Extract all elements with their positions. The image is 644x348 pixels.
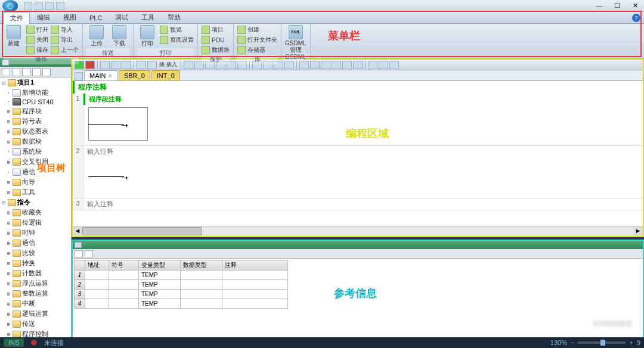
table-header[interactable]: 地址 bbox=[85, 260, 109, 271]
menu-edit[interactable]: 编辑 bbox=[31, 12, 56, 23]
toolbar-icon[interactable] bbox=[284, 61, 294, 69]
tree-item[interactable]: ⊞状态图表 bbox=[0, 126, 71, 136]
table-header[interactable]: 数据类型 bbox=[181, 260, 222, 271]
tree-item[interactable]: ⊞逻辑运算 bbox=[0, 309, 71, 319]
segment-comment[interactable]: 程序段注释 bbox=[83, 94, 643, 105]
maximize-button[interactable]: ☐ bbox=[608, 0, 626, 12]
ref-tool-icon[interactable] bbox=[75, 250, 83, 257]
datablock-protect-button[interactable]: 数据块 bbox=[202, 45, 230, 55]
tree-item[interactable]: ⊞通信 bbox=[0, 238, 71, 248]
project-tree[interactable]: ⊟项目1·新增功能·CPU ST40⊞程序块⊞符号表⊞状态图表⊞数据块·系统块⊞… bbox=[0, 77, 71, 340]
import-button[interactable]: 导入 bbox=[51, 25, 79, 35]
tree-item[interactable]: ⊞向导 bbox=[0, 177, 71, 187]
close-file-button[interactable]: 关闭 bbox=[26, 35, 48, 45]
toolbar-icon[interactable] bbox=[147, 61, 157, 69]
tree-item[interactable]: ⊞工具 bbox=[0, 187, 71, 197]
tree-item[interactable]: ⊞符号表 bbox=[0, 116, 71, 126]
table-row[interactable]: 4TEMP bbox=[75, 299, 288, 309]
toolbar-icon[interactable] bbox=[332, 61, 341, 69]
tree-item[interactable]: ⊞位逻辑 bbox=[0, 218, 71, 228]
tree-item[interactable]: ⊞浮点运算 bbox=[0, 278, 71, 288]
ladder-rung[interactable]: ➝ bbox=[88, 160, 638, 195]
download-button[interactable]: 下载 bbox=[109, 25, 129, 46]
toolbar-icon[interactable] bbox=[122, 61, 131, 69]
toolbar-icon[interactable] bbox=[184, 61, 193, 69]
segment-comment[interactable]: 输入注释 bbox=[83, 146, 643, 157]
tree-item[interactable]: ·新增功能 bbox=[0, 88, 71, 98]
tree-item[interactable]: ⊞收藏夹 bbox=[0, 207, 71, 218]
tree-item[interactable]: ·通信 bbox=[0, 167, 71, 177]
pou-protect-button[interactable]: POU bbox=[202, 35, 230, 45]
variable-table[interactable]: 地址符号变量类型数据类型注释1TEMP2TEMP3TEMP4TEMP bbox=[74, 260, 288, 309]
table-header[interactable]: 注释 bbox=[222, 260, 288, 271]
table-row[interactable]: 2TEMP bbox=[75, 280, 288, 290]
tree-item[interactable]: ⊞数据块 bbox=[0, 136, 71, 147]
menu-debug[interactable]: 调试 bbox=[109, 12, 134, 23]
toolbar-icon[interactable] bbox=[100, 61, 110, 69]
ref-icon[interactable] bbox=[75, 242, 82, 248]
toolbar-icon[interactable] bbox=[342, 61, 352, 69]
table-header[interactable]: 符号 bbox=[109, 260, 139, 271]
zoom-slider[interactable] bbox=[578, 341, 626, 344]
sidebar-tool-icon[interactable] bbox=[12, 68, 20, 76]
preview-button[interactable]: 预览 bbox=[160, 25, 194, 35]
tab-sbr[interactable]: SBR_0 bbox=[119, 70, 150, 80]
gsdml-button[interactable]: XMLGSDML 管理 bbox=[286, 25, 306, 53]
toolbar-icon[interactable] bbox=[379, 61, 388, 69]
table-header[interactable] bbox=[75, 260, 85, 271]
segment-comment[interactable]: 输入注释 bbox=[83, 198, 643, 210]
lib-openfolder-button[interactable]: 打开文件夹 bbox=[237, 35, 277, 45]
qat-btn[interactable] bbox=[24, 2, 32, 10]
open-button[interactable]: 打开 bbox=[26, 25, 48, 35]
tree-item[interactable]: ⊟指令 bbox=[0, 197, 71, 207]
qat-btn[interactable] bbox=[45, 2, 54, 10]
lib-create-button[interactable]: 创建 bbox=[237, 25, 277, 35]
toolbar-icon[interactable] bbox=[111, 61, 120, 69]
new-button[interactable]: 新建 bbox=[4, 25, 24, 55]
close-button[interactable]: ✕ bbox=[626, 0, 644, 12]
previous-button[interactable]: 上一个 bbox=[51, 45, 79, 55]
toolbar-icon[interactable] bbox=[299, 61, 309, 69]
tab-int[interactable]: INT_0 bbox=[151, 70, 180, 80]
minimize-button[interactable]: — bbox=[590, 0, 608, 12]
qat-btn[interactable] bbox=[35, 2, 43, 10]
tree-item[interactable]: ⊞比较 bbox=[0, 248, 71, 258]
tree-item[interactable]: ⊞程序块 bbox=[0, 106, 71, 116]
help-icon[interactable]: ? bbox=[632, 14, 640, 22]
tab-main[interactable]: MAIN× bbox=[84, 70, 117, 80]
tree-item[interactable]: ⊞交叉引用 bbox=[0, 157, 71, 167]
qat-btn[interactable] bbox=[56, 2, 64, 10]
upload-button[interactable]: 上传 bbox=[86, 25, 107, 46]
project-protect-button[interactable]: 项目 bbox=[202, 25, 230, 35]
toolbar-icon[interactable] bbox=[353, 61, 363, 69]
tree-item[interactable]: ⊞转换 bbox=[0, 258, 71, 268]
menu-file[interactable]: 文件 bbox=[4, 12, 30, 24]
sidebar-tool-icon[interactable] bbox=[22, 68, 30, 76]
lib-storage-button[interactable]: 存储器 bbox=[237, 45, 277, 55]
table-row[interactable]: 3TEMP bbox=[75, 290, 288, 299]
ladder-editor[interactable]: 程序注释 1 程序段注释 ➝ 2 输入注释 ➝ bbox=[73, 81, 643, 226]
tree-item[interactable]: ⊞中断 bbox=[0, 299, 71, 309]
sidebar-tool-icon[interactable] bbox=[2, 68, 10, 76]
horizontal-scrollbar[interactable]: ◄► bbox=[73, 226, 643, 236]
tree-item[interactable]: ⊞计数器 bbox=[0, 268, 71, 278]
tree-item[interactable]: ⊟项目1 bbox=[0, 77, 71, 88]
menu-plc[interactable]: PLC bbox=[83, 13, 108, 23]
tree-item[interactable]: ·系统块 bbox=[0, 147, 71, 157]
toolbar-icon[interactable] bbox=[137, 61, 146, 69]
network-1[interactable]: 1 程序段注释 ➝ bbox=[73, 94, 643, 146]
table-header[interactable]: 变量类型 bbox=[139, 260, 181, 271]
network-2[interactable]: 2 输入注释 ➝ bbox=[73, 146, 643, 198]
ref-tool-icon[interactable] bbox=[85, 250, 93, 257]
tab-close-icon[interactable]: × bbox=[109, 72, 112, 79]
tree-item[interactable]: ⊞传送 bbox=[0, 319, 71, 329]
tree-item[interactable]: ·CPU ST40 bbox=[0, 98, 71, 106]
stop-icon[interactable] bbox=[85, 61, 95, 69]
tree-item[interactable]: ⊞整数运算 bbox=[0, 288, 71, 299]
ladder-rung[interactable]: ➝ bbox=[88, 107, 638, 143]
program-comment[interactable]: 程序注释 bbox=[73, 81, 643, 94]
tree-item[interactable]: ⊞时钟 bbox=[0, 228, 71, 238]
toolbar-icon[interactable] bbox=[321, 61, 330, 69]
menu-help[interactable]: 帮助 bbox=[162, 12, 187, 23]
toolbar-icon[interactable] bbox=[310, 61, 320, 69]
